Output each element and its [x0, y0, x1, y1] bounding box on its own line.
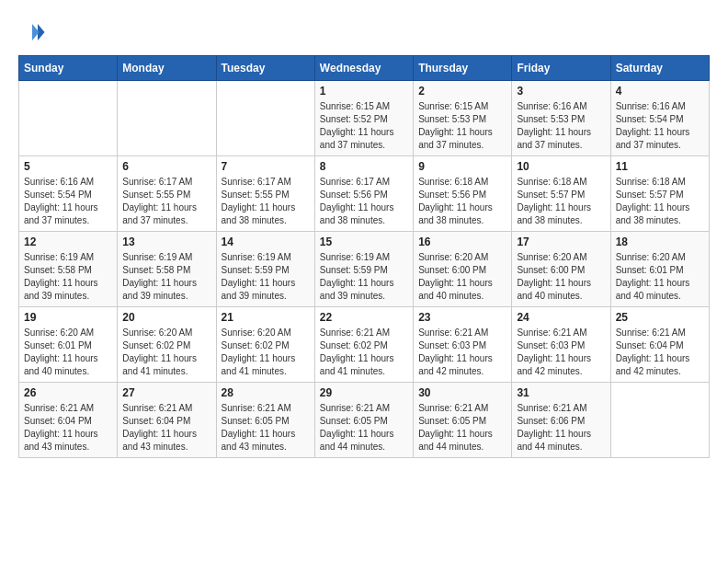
calendar-cell: 2Sunrise: 6:15 AMSunset: 5:53 PMDaylight… [414, 81, 512, 156]
day-number: 7 [222, 160, 310, 173]
day-info: Sunrise: 6:16 AMSunset: 5:53 PMDaylight:… [517, 100, 605, 152]
day-info: Sunrise: 6:21 AMSunset: 6:04 PMDaylight:… [122, 402, 210, 454]
day-info: Sunrise: 6:17 AMSunset: 5:55 PMDaylight:… [222, 176, 310, 227]
logo [18, 18, 50, 46]
day-info: Sunrise: 6:21 AMSunset: 6:04 PMDaylight:… [616, 327, 704, 378]
day-number: 21 [222, 311, 310, 324]
calendar-cell: 20Sunrise: 6:20 AMSunset: 6:02 PMDayligh… [118, 307, 216, 383]
day-number: 2 [418, 85, 506, 98]
calendar-table: SundayMondayTuesdayWednesdayThursdayFrid… [18, 55, 710, 458]
day-info: Sunrise: 6:20 AMSunset: 6:01 PMDaylight:… [616, 251, 704, 303]
day-number: 28 [222, 386, 310, 399]
day-info: Sunrise: 6:18 AMSunset: 5:56 PMDaylight:… [418, 176, 506, 227]
calendar-cell: 4Sunrise: 6:16 AMSunset: 5:54 PMDaylight… [610, 81, 709, 156]
weekday-header-wednesday: Wednesday [314, 56, 413, 81]
day-number: 17 [517, 236, 605, 248]
day-number: 19 [24, 311, 112, 324]
day-info: Sunrise: 6:18 AMSunset: 5:57 PMDaylight:… [616, 176, 704, 227]
day-number: 30 [418, 386, 506, 399]
day-number: 16 [418, 236, 506, 248]
weekday-header-tuesday: Tuesday [216, 56, 314, 81]
day-info: Sunrise: 6:20 AMSunset: 6:02 PMDaylight:… [222, 327, 310, 378]
day-info: Sunrise: 6:15 AMSunset: 5:53 PMDaylight:… [418, 100, 506, 152]
day-number: 23 [418, 311, 506, 324]
logo-icon [18, 18, 46, 46]
calendar-cell: 6Sunrise: 6:17 AMSunset: 5:55 PMDaylight… [118, 156, 216, 232]
day-info: Sunrise: 6:21 AMSunset: 6:03 PMDaylight:… [517, 327, 605, 378]
day-info: Sunrise: 6:17 AMSunset: 5:56 PMDaylight:… [320, 176, 408, 227]
calendar-week-4: 19Sunrise: 6:20 AMSunset: 6:01 PMDayligh… [19, 307, 710, 383]
calendar-cell: 5Sunrise: 6:16 AMSunset: 5:54 PMDaylight… [19, 156, 118, 232]
day-number: 20 [122, 311, 210, 324]
day-info: Sunrise: 6:20 AMSunset: 6:00 PMDaylight:… [517, 251, 605, 303]
weekday-header-thursday: Thursday [414, 56, 512, 81]
day-number: 15 [320, 236, 408, 248]
calendar-week-1: 1Sunrise: 6:15 AMSunset: 5:52 PMDaylight… [19, 81, 710, 156]
page-header [18, 18, 710, 46]
day-info: Sunrise: 6:18 AMSunset: 5:57 PMDaylight:… [517, 176, 605, 227]
day-info: Sunrise: 6:21 AMSunset: 6:05 PMDaylight:… [222, 402, 310, 454]
calendar-cell: 22Sunrise: 6:21 AMSunset: 6:02 PMDayligh… [314, 307, 413, 383]
day-number: 18 [616, 236, 704, 248]
weekday-header-sunday: Sunday [19, 56, 118, 81]
calendar-cell: 19Sunrise: 6:20 AMSunset: 6:01 PMDayligh… [19, 307, 118, 383]
calendar-cell: 7Sunrise: 6:17 AMSunset: 5:55 PMDaylight… [216, 156, 314, 232]
calendar-cell: 10Sunrise: 6:18 AMSunset: 5:57 PMDayligh… [512, 156, 610, 232]
day-number: 22 [320, 311, 408, 324]
day-info: Sunrise: 6:21 AMSunset: 6:04 PMDaylight:… [24, 402, 112, 454]
calendar-cell: 11Sunrise: 6:18 AMSunset: 5:57 PMDayligh… [610, 156, 709, 232]
calendar-cell: 29Sunrise: 6:21 AMSunset: 6:05 PMDayligh… [314, 383, 413, 458]
day-number: 10 [517, 160, 605, 173]
calendar-cell: 12Sunrise: 6:19 AMSunset: 5:58 PMDayligh… [19, 232, 118, 307]
weekday-header-friday: Friday [512, 56, 610, 81]
day-info: Sunrise: 6:21 AMSunset: 6:06 PMDaylight:… [517, 402, 605, 454]
calendar-cell: 16Sunrise: 6:20 AMSunset: 6:00 PMDayligh… [414, 232, 512, 307]
day-info: Sunrise: 6:21 AMSunset: 6:05 PMDaylight:… [320, 402, 408, 454]
calendar-cell: 9Sunrise: 6:18 AMSunset: 5:56 PMDaylight… [414, 156, 512, 232]
day-info: Sunrise: 6:16 AMSunset: 5:54 PMDaylight:… [24, 176, 112, 227]
calendar-cell: 31Sunrise: 6:21 AMSunset: 6:06 PMDayligh… [512, 383, 610, 458]
calendar-cell [118, 81, 216, 156]
calendar-cell: 17Sunrise: 6:20 AMSunset: 6:00 PMDayligh… [512, 232, 610, 307]
day-number: 8 [320, 160, 408, 173]
day-number: 13 [122, 236, 210, 248]
day-number: 25 [616, 311, 704, 324]
day-number: 6 [122, 160, 210, 173]
day-info: Sunrise: 6:19 AMSunset: 5:58 PMDaylight:… [24, 251, 112, 303]
day-number: 24 [517, 311, 605, 324]
day-info: Sunrise: 6:19 AMSunset: 5:59 PMDaylight:… [222, 251, 310, 303]
calendar-cell: 25Sunrise: 6:21 AMSunset: 6:04 PMDayligh… [610, 307, 709, 383]
calendar-cell: 1Sunrise: 6:15 AMSunset: 5:52 PMDaylight… [314, 81, 413, 156]
calendar-cell: 24Sunrise: 6:21 AMSunset: 6:03 PMDayligh… [512, 307, 610, 383]
calendar-cell: 15Sunrise: 6:19 AMSunset: 5:59 PMDayligh… [314, 232, 413, 307]
day-number: 14 [222, 236, 310, 248]
day-number: 3 [517, 85, 605, 98]
day-info: Sunrise: 6:21 AMSunset: 6:02 PMDaylight:… [320, 327, 408, 378]
day-info: Sunrise: 6:19 AMSunset: 5:59 PMDaylight:… [320, 251, 408, 303]
calendar-cell: 23Sunrise: 6:21 AMSunset: 6:03 PMDayligh… [414, 307, 512, 383]
day-info: Sunrise: 6:21 AMSunset: 6:03 PMDaylight:… [418, 327, 506, 378]
calendar-cell: 13Sunrise: 6:19 AMSunset: 5:58 PMDayligh… [118, 232, 216, 307]
day-info: Sunrise: 6:16 AMSunset: 5:54 PMDaylight:… [616, 100, 704, 152]
calendar-cell: 21Sunrise: 6:20 AMSunset: 6:02 PMDayligh… [216, 307, 314, 383]
day-info: Sunrise: 6:19 AMSunset: 5:58 PMDaylight:… [122, 251, 210, 303]
day-info: Sunrise: 6:17 AMSunset: 5:55 PMDaylight:… [122, 176, 210, 227]
calendar-week-3: 12Sunrise: 6:19 AMSunset: 5:58 PMDayligh… [19, 232, 710, 307]
calendar-week-2: 5Sunrise: 6:16 AMSunset: 5:54 PMDaylight… [19, 156, 710, 232]
day-info: Sunrise: 6:20 AMSunset: 6:00 PMDaylight:… [418, 251, 506, 303]
day-number: 9 [418, 160, 506, 173]
day-number: 4 [616, 85, 704, 98]
calendar-cell: 18Sunrise: 6:20 AMSunset: 6:01 PMDayligh… [610, 232, 709, 307]
calendar-cell [610, 383, 709, 458]
calendar-cell [19, 81, 118, 156]
day-info: Sunrise: 6:20 AMSunset: 6:01 PMDaylight:… [24, 327, 112, 378]
weekday-header-monday: Monday [118, 56, 216, 81]
calendar-cell [216, 81, 314, 156]
day-number: 29 [320, 386, 408, 399]
calendar-cell: 3Sunrise: 6:16 AMSunset: 5:53 PMDaylight… [512, 81, 610, 156]
calendar-cell: 30Sunrise: 6:21 AMSunset: 6:05 PMDayligh… [414, 383, 512, 458]
day-number: 12 [24, 236, 112, 248]
day-info: Sunrise: 6:20 AMSunset: 6:02 PMDaylight:… [122, 327, 210, 378]
calendar-cell: 8Sunrise: 6:17 AMSunset: 5:56 PMDaylight… [314, 156, 413, 232]
calendar-cell: 14Sunrise: 6:19 AMSunset: 5:59 PMDayligh… [216, 232, 314, 307]
